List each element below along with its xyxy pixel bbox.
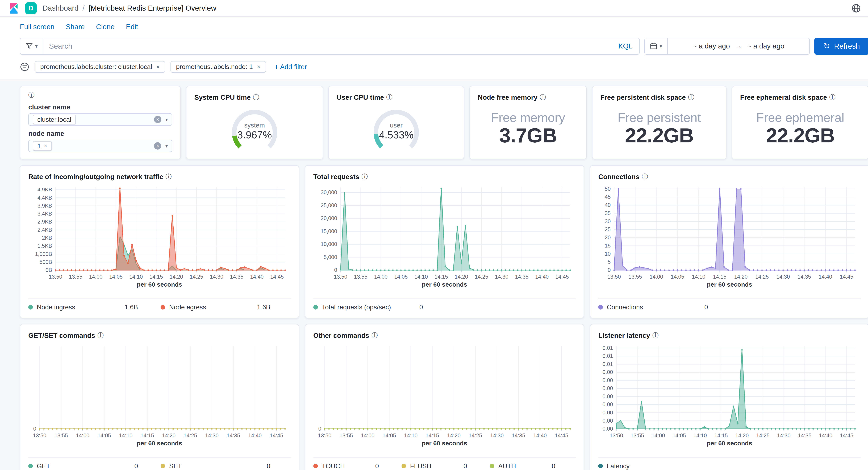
svg-text:3.9KB: 3.9KB [37,203,52,209]
svg-text:14:35: 14:35 [798,274,811,280]
node-name-combobox[interactable]: 1 × × ▾ [28,140,173,152]
selected-node-pill[interactable]: 1 × [33,141,52,151]
share-link[interactable]: Share [66,23,85,31]
arrow-right-icon: → [735,42,742,50]
svg-text:0.01: 0.01 [602,361,613,367]
refresh-button[interactable]: ↻ Refresh [814,38,868,55]
remove-pill-icon[interactable]: × [44,142,48,150]
svg-text:14:10: 14:10 [129,274,143,280]
date-to[interactable]: ~ a day ago [747,42,784,50]
svg-text:14:25: 14:25 [190,274,203,280]
legend-item[interactable]: Node egress1.6B [161,303,290,311]
svg-text:4.9KB: 4.9KB [37,186,52,193]
legend-item[interactable]: GET0 [28,462,158,470]
info-icon[interactable]: ⓘ [97,331,104,340]
info-icon[interactable]: ⓘ [386,93,393,101]
remove-filter-icon[interactable]: × [156,63,160,70]
saved-query-menu-button[interactable]: ▾ [20,38,43,54]
dashboard-header: Full screen Share Clone Edit ▾ KQL [0,17,868,80]
svg-text:13:55: 13:55 [54,433,68,439]
node-name-label: node name [28,130,173,137]
legend-item[interactable]: Latency [598,462,728,470]
legend-label: AUTH [498,462,516,470]
legend-value: 0 [420,303,423,311]
info-icon[interactable]: ⓘ [642,173,648,181]
dashboard-menu: Full screen Share Clone Edit [20,23,868,31]
info-icon[interactable]: ⓘ [652,331,659,340]
clear-selection-button[interactable]: × [154,116,161,123]
kibana-logo[interactable] [8,3,19,14]
legend-item[interactable]: Connections0 [598,303,728,311]
globe-icon[interactable] [851,3,861,13]
svg-text:2KB: 2KB [42,235,52,241]
cluster-name-combobox[interactable]: cluster.local × ▾ [28,113,173,126]
breadcrumb-dashboard[interactable]: Dashboard [42,4,79,12]
legend-value: 0 [704,303,708,311]
svg-text:15: 15 [605,242,611,248]
svg-text:14:35: 14:35 [515,274,529,280]
selected-cluster-pill[interactable]: cluster.local [33,115,76,124]
svg-text:14:00: 14:00 [89,274,102,280]
info-icon[interactable]: ⓘ [829,93,836,101]
svg-text:14:05: 14:05 [671,274,684,280]
panel-node-free-memory: Node free memoryⓘ Free memory 3.7GB [469,86,587,159]
svg-text:13:55: 13:55 [354,274,368,280]
remove-filter-icon[interactable]: × [257,63,260,70]
panel-title: Listener latency [598,332,650,340]
date-range[interactable]: ~ a day ago → ~ a day ago [668,42,809,50]
legend-item[interactable]: SET0 [161,462,290,470]
svg-text:14:40: 14:40 [535,274,549,280]
svg-text:14:45: 14:45 [555,274,569,280]
svg-text:25: 25 [605,226,611,232]
panel-title: Free persistent disk space [600,94,686,101]
info-icon[interactable]: ⓘ [253,93,259,101]
full-screen-link[interactable]: Full screen [20,23,55,31]
svg-text:14:25: 14:25 [475,274,488,280]
filter-options-button[interactable] [20,62,30,72]
filter-pill-cluster[interactable]: prometheus.labels.cluster: cluster.local… [35,61,165,73]
user-cpu-gauge: user4.533% [363,106,429,151]
clone-link[interactable]: Clone [96,23,115,31]
svg-text:14:30: 14:30 [490,433,504,439]
legend-label: GET [37,462,50,470]
info-icon[interactable]: ⓘ [165,173,172,181]
info-icon[interactable]: ⓘ [540,93,546,101]
svg-text:14:15: 14:15 [426,433,439,439]
filter-pill-node[interactable]: prometheus.labels.node: 1 × [170,61,266,73]
date-picker-menu-button[interactable]: ▾ [645,38,668,54]
edit-link[interactable]: Edit [126,23,138,31]
legend-item[interactable]: Total requests (ops/sec)0 [313,303,443,311]
info-icon[interactable]: ⓘ [372,331,378,340]
date-from[interactable]: ~ a day ago [693,42,730,50]
query-language-toggle[interactable]: KQL [612,42,639,50]
svg-text:20,000: 20,000 [321,215,337,221]
legend-dot-icon [161,305,165,310]
add-filter-button[interactable]: + Add filter [271,62,310,71]
svg-text:13:50: 13:50 [608,274,621,280]
svg-text:14:20: 14:20 [735,433,749,439]
legend-item[interactable]: TOUCH0 [313,462,399,470]
svg-text:20: 20 [605,234,611,240]
legend-item[interactable]: Node ingress1.6B [28,303,158,311]
refresh-icon: ↻ [824,42,830,50]
svg-text:14:20: 14:20 [162,433,176,439]
legend-item[interactable]: FLUSH0 [402,462,488,470]
legend-label: SET [169,462,182,470]
svg-text:14:35: 14:35 [230,274,244,280]
svg-text:0.00: 0.00 [602,410,613,416]
svg-text:10: 10 [605,251,611,257]
svg-text:14:45: 14:45 [555,433,568,439]
legend-value: 1.6B [125,303,138,311]
legend-item[interactable]: AUTH0 [490,462,576,470]
top-navigation-bar: D Dashboard / [Metricbeat Redis Enterpri… [0,0,868,17]
info-icon[interactable]: ⓘ [688,93,694,101]
svg-text:0.01: 0.01 [602,345,613,351]
x-axis-label: per 60 seconds [313,281,576,288]
space-avatar[interactable]: D [25,2,37,14]
clear-selection-button[interactable]: × [154,142,161,150]
search-input[interactable] [43,42,612,50]
chart-legend: GET0SET0 [28,457,291,470]
info-icon[interactable]: ⓘ [362,173,368,181]
kibana-logo-icon [8,3,19,14]
info-icon[interactable]: ⓘ [28,91,173,99]
